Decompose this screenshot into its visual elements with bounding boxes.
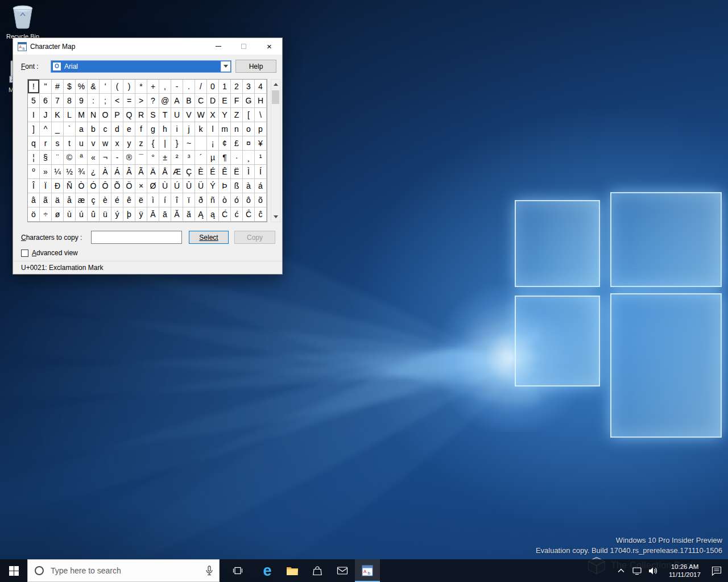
char-cell[interactable]: y — [123, 136, 135, 151]
char-cell[interactable]: Þ — [219, 179, 231, 193]
char-cell[interactable]: « — [88, 151, 100, 165]
char-cell[interactable]: ¡ — [207, 136, 219, 151]
char-cell[interactable]: 2 — [231, 80, 243, 94]
char-cell[interactable]: @ — [159, 94, 171, 108]
char-cell[interactable]: T — [159, 108, 171, 122]
char-cell[interactable]: ( — [111, 80, 123, 94]
char-cell[interactable]: [ — [243, 108, 255, 122]
char-cell[interactable]: E — [219, 94, 231, 108]
char-cell[interactable]: ÷ — [40, 207, 52, 222]
edge-button[interactable]: e — [255, 559, 280, 582]
char-cell[interactable]: µ — [207, 151, 219, 165]
char-cell[interactable]: á — [255, 179, 267, 193]
char-cell[interactable]: × — [135, 179, 147, 193]
char-cell[interactable]: Z — [231, 108, 243, 122]
char-cell[interactable]: | — [159, 136, 171, 151]
char-cell[interactable]: R — [135, 108, 147, 122]
char-cell[interactable]: 6 — [40, 94, 52, 108]
char-cell[interactable]: > — [135, 94, 147, 108]
char-cell[interactable]: U — [171, 108, 183, 122]
volume-tray-button[interactable] — [646, 559, 660, 582]
char-cell[interactable]: ô — [243, 193, 255, 207]
char-cell[interactable]: õ — [255, 193, 267, 207]
char-cell[interactable]: n — [231, 122, 243, 136]
character-map-taskbar-button[interactable]: A b — [355, 559, 380, 582]
char-cell[interactable]: ¸ — [243, 151, 255, 165]
cortana-icon[interactable] — [35, 566, 44, 575]
char-cell[interactable]: h — [159, 122, 171, 136]
file-explorer-button[interactable] — [280, 559, 305, 582]
char-cell[interactable]: Ĉ — [243, 207, 255, 222]
char-cell[interactable]: Ò — [76, 179, 88, 193]
char-cell[interactable]: ÿ — [135, 207, 147, 222]
char-cell[interactable]: ĉ — [255, 207, 267, 222]
microphone-icon[interactable] — [205, 566, 213, 576]
char-cell[interactable]: Ä — [147, 165, 159, 179]
char-cell[interactable]: P — [111, 108, 123, 122]
char-cell[interactable]: é — [111, 193, 123, 207]
char-cell[interactable]: : — [88, 94, 100, 108]
char-cell[interactable]: Õ — [111, 179, 123, 193]
char-cell[interactable]: ¤ — [243, 136, 255, 151]
char-cell[interactable]: Á — [111, 165, 123, 179]
char-cell[interactable]: D — [207, 94, 219, 108]
char-cell[interactable]: ï — [183, 193, 195, 207]
char-cell[interactable]: · — [231, 151, 243, 165]
advanced-view-checkbox[interactable] — [21, 250, 28, 257]
char-cell[interactable]: È — [195, 165, 207, 179]
char-cell[interactable]: æ — [76, 193, 88, 207]
task-view-button[interactable] — [225, 559, 250, 582]
char-cell[interactable]: ³ — [183, 151, 195, 165]
char-cell[interactable]: 4 — [255, 80, 267, 94]
char-cell[interactable]: q — [28, 136, 40, 151]
char-cell[interactable]: Ë — [231, 165, 243, 179]
char-cell[interactable]: - — [111, 151, 123, 165]
char-cell[interactable]: o — [243, 122, 255, 136]
char-cell[interactable]: Ó — [88, 179, 100, 193]
char-cell[interactable] — [195, 136, 207, 151]
char-cell[interactable]: ó — [231, 193, 243, 207]
char-cell[interactable]: è — [100, 193, 111, 207]
char-cell[interactable]: £ — [231, 136, 243, 151]
char-cell[interactable]: v — [88, 136, 100, 151]
char-cell[interactable]: X — [207, 108, 219, 122]
char-cell[interactable]: ¦ — [28, 151, 40, 165]
char-cell[interactable]: Û — [183, 179, 195, 193]
char-cell[interactable]: < — [111, 94, 123, 108]
char-cell[interactable]: c — [100, 122, 111, 136]
char-cell[interactable]: ` — [64, 122, 76, 136]
char-cell[interactable]: Ö — [123, 179, 135, 193]
titlebar[interactable]: A b Character Map × — [13, 38, 282, 55]
char-cell[interactable]: L — [64, 108, 76, 122]
char-cell[interactable]: k — [195, 122, 207, 136]
minimize-button[interactable] — [205, 38, 231, 55]
char-cell[interactable]: ç — [88, 193, 100, 207]
network-tray-button[interactable] — [630, 559, 644, 582]
char-cell[interactable]: © — [64, 151, 76, 165]
char-cell[interactable]: # — [52, 80, 64, 94]
char-cell[interactable]: 8 — [64, 94, 76, 108]
char-cell[interactable]: § — [40, 151, 52, 165]
char-cell[interactable]: Æ — [171, 165, 183, 179]
char-cell[interactable]: A — [171, 94, 183, 108]
char-cell[interactable]: a — [76, 122, 88, 136]
char-cell[interactable]: Å — [159, 165, 171, 179]
char-cell[interactable]: Ć — [219, 207, 231, 222]
char-cell[interactable]: Ý — [207, 179, 219, 193]
char-cell[interactable]: B — [183, 94, 195, 108]
select-button[interactable]: Select — [189, 231, 229, 244]
char-cell[interactable]: Â — [123, 165, 135, 179]
search-input[interactable] — [49, 566, 200, 576]
char-cell[interactable]: M — [76, 108, 88, 122]
char-cell[interactable]: ć — [231, 207, 243, 222]
char-cell[interactable]: ¿ — [88, 165, 100, 179]
char-cell[interactable]: Ą — [195, 207, 207, 222]
char-cell[interactable]: z — [135, 136, 147, 151]
char-cell[interactable]: Q — [123, 108, 135, 122]
char-cell[interactable]: » — [40, 165, 52, 179]
char-cell[interactable]: S — [147, 108, 159, 122]
char-cell[interactable]: Y — [219, 108, 231, 122]
char-cell[interactable]: = — [123, 94, 135, 108]
char-cell[interactable]: x — [111, 136, 123, 151]
recycle-bin-icon[interactable]: Recycle Bin — [5, 3, 41, 40]
